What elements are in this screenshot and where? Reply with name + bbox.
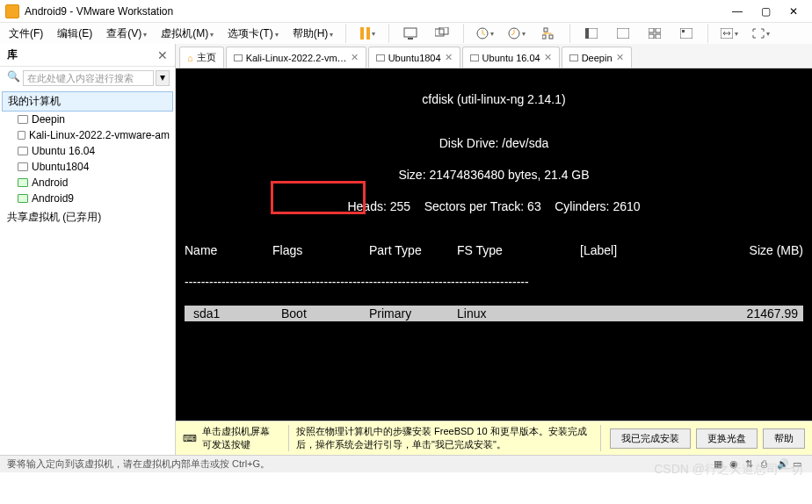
- device-display-icon[interactable]: ▭: [793, 458, 805, 471]
- change-disc-button[interactable]: 更换光盘: [696, 428, 758, 449]
- tab-label: Ubuntu1804: [388, 53, 441, 63]
- menu-edit[interactable]: 编辑(E): [52, 25, 98, 43]
- menu-vm[interactable]: 虚拟机(M): [156, 25, 219, 43]
- menu-help[interactable]: 帮助(H): [287, 25, 339, 43]
- vm-icon: [569, 54, 578, 61]
- toolbar-network-button[interactable]: [534, 21, 562, 46]
- svg-rect-12: [649, 28, 654, 32]
- keyboard-icon: ⌨: [183, 433, 197, 444]
- vm-item-deepin[interactable]: Deepin: [0, 112, 175, 127]
- device-usb-icon[interactable]: ⎙: [761, 458, 773, 471]
- tab-home[interactable]: ⌂主页: [179, 47, 224, 68]
- home-icon: ⌂: [187, 53, 193, 63]
- vm-console[interactable]: cfdisk (util-linux-ng 2.14.1) Disk Drive…: [176, 68, 812, 421]
- vm-icon: [470, 54, 479, 61]
- svg-rect-0: [404, 28, 417, 37]
- done-install-button[interactable]: 我已完成安装: [610, 428, 691, 449]
- tab-ubuntu1804[interactable]: Ubuntu1804✕: [368, 47, 460, 68]
- tree-root-shared[interactable]: 共享虚拟机 (已弃用): [2, 208, 173, 227]
- toolbar-snapshot-mgr-button[interactable]: [428, 21, 456, 46]
- layout-multi-icon: [617, 28, 629, 39]
- view-console-button[interactable]: [641, 21, 669, 46]
- tab-close-icon[interactable]: ✕: [351, 52, 359, 63]
- fullscreen-button[interactable]: [747, 21, 775, 46]
- vm-item-android[interactable]: Android: [0, 175, 175, 191]
- window-title: Android9 - VMware Workstation: [25, 5, 724, 18]
- vm-icon: [18, 147, 28, 155]
- device-cd-icon[interactable]: ◉: [729, 458, 742, 471]
- layout-grid-icon: [649, 28, 661, 39]
- vm-item-ubuntu1804[interactable]: Ubuntu1804: [0, 159, 175, 175]
- help-button[interactable]: 帮助: [763, 428, 805, 449]
- tab-label: Ubuntu 16.04: [482, 53, 540, 63]
- layout-thumb-icon: [680, 28, 692, 39]
- close-button[interactable]: ✕: [780, 3, 807, 20]
- menu-file[interactable]: 文件(F): [4, 25, 48, 43]
- svg-rect-14: [649, 34, 654, 39]
- svg-rect-10: [585, 28, 589, 39]
- layout-single-icon: [585, 28, 598, 39]
- install-hint-text: 按照在物理计算机中的步骤安装 FreeBSD 10 和更早版本。安装完成后，操作…: [288, 425, 601, 451]
- search-dropdown-button[interactable]: ▾: [156, 70, 170, 86]
- vm-item-android9[interactable]: Android9: [0, 191, 175, 206]
- vm-item-kali[interactable]: Kali-Linux-2022.2-vmware-am: [0, 127, 175, 143]
- install-hint-bar: ⌨ 单击虚拟机屏幕 可发送按键 按照在物理计算机中的步骤安装 FreeBSD 1…: [176, 421, 812, 455]
- tab-close-icon[interactable]: ✕: [616, 52, 624, 63]
- search-input[interactable]: [23, 70, 154, 86]
- content-area: ⌂主页 Kali-Linux-2022.2-vmware-am...✕ Ubun…: [176, 44, 812, 455]
- vm-tree: 我的计算机 Deepin Kali-Linux-2022.2-vmware-am…: [0, 90, 175, 455]
- term-selected-row: sda1BootPrimaryLinux21467.99: [185, 306, 803, 321]
- tab-close-icon[interactable]: ✕: [544, 52, 552, 63]
- minimize-button[interactable]: —: [724, 3, 750, 20]
- term-divider: ----------------------------------------…: [185, 274, 803, 290]
- tab-deepin[interactable]: Deepin✕: [562, 47, 632, 68]
- vm-icon: [18, 194, 28, 203]
- clock-back-icon: [508, 27, 520, 40]
- clock-icon: [476, 27, 489, 40]
- tab-kali[interactable]: Kali-Linux-2022.2-vmware-am...✕: [226, 47, 366, 68]
- fullscreen-icon: [752, 28, 765, 39]
- vm-item-ubuntu1604[interactable]: Ubuntu 16.04: [0, 143, 175, 159]
- status-icons: ▦ ◉ ⇅ ⎙ 🔊 ▭: [714, 458, 805, 471]
- toolbar-snapshot-button[interactable]: [396, 21, 424, 46]
- tab-close-icon[interactable]: ✕: [445, 52, 453, 63]
- status-text: 要将输入定向到该虚拟机，请在虚拟机内部单击或按 Ctrl+G。: [7, 457, 270, 471]
- vm-icon: [376, 54, 385, 61]
- vm-label: Kali-Linux-2022.2-vmware-am: [29, 129, 170, 141]
- tab-label: Deepin: [582, 53, 613, 63]
- tab-label: Kali-Linux-2022.2-vmware-am...: [246, 53, 347, 63]
- tab-label: 主页: [197, 51, 216, 64]
- status-bar: 要将输入定向到该虚拟机，请在虚拟机内部单击或按 Ctrl+G。 ▦ ◉ ⇅ ⎙ …: [0, 455, 812, 472]
- maximize-button[interactable]: ▢: [752, 3, 779, 20]
- search-icon: 🔍: [5, 70, 21, 86]
- screens-icon: [435, 27, 449, 40]
- title-bar: Android9 - VMware Workstation — ▢ ✕: [0, 0, 812, 23]
- menu-view[interactable]: 查看(V): [101, 25, 152, 43]
- network-icon: [542, 27, 555, 40]
- tree-root-my-computer[interactable]: 我的计算机: [2, 91, 173, 112]
- view-multi-button[interactable]: [609, 21, 637, 46]
- highlight-box: [271, 181, 366, 214]
- toolbar-clock-button[interactable]: [471, 21, 499, 46]
- tab-ubuntu1604[interactable]: Ubuntu 16.04✕: [462, 47, 560, 68]
- sidebar-close-button[interactable]: ✕: [157, 48, 168, 62]
- device-sound-icon[interactable]: 🔊: [777, 458, 789, 471]
- device-net-icon[interactable]: ⇅: [745, 458, 758, 471]
- vm-icon: [18, 131, 25, 140]
- app-logo-icon: [5, 4, 19, 18]
- screen-icon: [403, 27, 417, 40]
- svg-rect-7: [542, 35, 546, 39]
- menu-tabs[interactable]: 选项卡(T): [222, 25, 283, 43]
- view-single-button[interactable]: [577, 21, 605, 46]
- toolbar-revert-button[interactable]: [503, 21, 531, 46]
- svg-rect-13: [656, 28, 661, 32]
- sidebar-title: 库: [7, 47, 157, 62]
- stretch-icon: [721, 28, 733, 39]
- pause-button[interactable]: [353, 21, 381, 46]
- vm-label: Ubuntu 16.04: [32, 145, 95, 157]
- device-hdd-icon[interactable]: ▦: [714, 458, 726, 471]
- stretch-button[interactable]: [715, 21, 743, 46]
- term-col-headers: NameFlagsPart TypeFS Type[Label]Size (MB…: [185, 242, 803, 258]
- svg-rect-1: [408, 38, 413, 40]
- view-unity-button[interactable]: [672, 21, 700, 46]
